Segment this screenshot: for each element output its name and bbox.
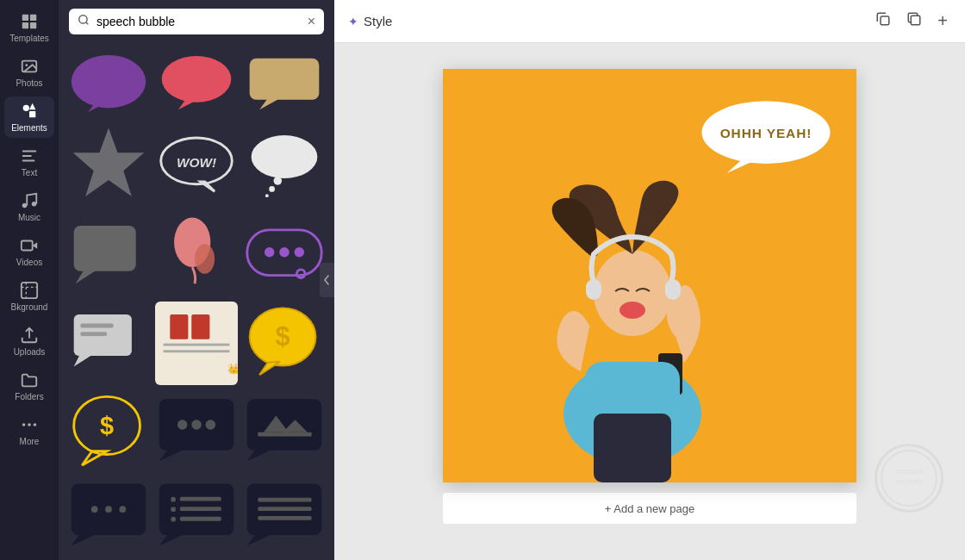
canvas-area: ✦ Style + — [334, 0, 965, 560]
shapes-icon — [20, 102, 39, 121]
element-dark-chat-small-dots[interactable] — [67, 479, 150, 555]
element-chat-white[interactable] — [67, 302, 150, 385]
sidebar-item-text[interactable]: Text — [4, 141, 54, 183]
add-page-header-button[interactable]: + — [934, 8, 951, 34]
style-tab[interactable]: ✦ Style — [348, 14, 392, 28]
svg-rect-13 — [22, 283, 37, 298]
svg-point-29 — [274, 177, 283, 185]
music-icon — [20, 191, 39, 210]
sidebar-item-folders[interactable]: Folders — [4, 365, 54, 407]
element-wow-bubble[interactable]: WOW! — [155, 123, 238, 207]
canvas-wrapper: OHHH YEAH! DESIGN STUDIO + Add a new pag… — [443, 69, 856, 524]
sidebar: Templates Photos Elements Text Music — [0, 0, 59, 560]
svg-point-69 — [91, 507, 98, 513]
search-input[interactable] — [96, 15, 301, 28]
svg-rect-46 — [170, 314, 188, 339]
svg-point-70 — [105, 507, 112, 513]
element-bubble-purple[interactable] — [67, 48, 150, 118]
svg-text:DESIGN: DESIGN — [896, 468, 923, 476]
svg-point-15 — [28, 423, 31, 426]
svg-marker-8 — [29, 103, 35, 109]
svg-point-38 — [279, 247, 290, 258]
top-bar: ✦ Style + — [334, 0, 965, 43]
svg-point-71 — [119, 507, 126, 513]
svg-rect-95 — [665, 279, 681, 300]
svg-point-37 — [265, 247, 275, 258]
video-icon — [20, 236, 39, 255]
element-dots-bubble-purple[interactable] — [243, 213, 326, 296]
sidebar-item-photos[interactable]: Photos — [4, 52, 54, 93]
element-dollar-bubble-outline[interactable]: $ — [67, 390, 150, 474]
background-icon — [20, 281, 39, 300]
svg-point-6 — [23, 105, 29, 111]
svg-point-59 — [177, 420, 188, 430]
sidebar-item-more[interactable]: More — [4, 410, 54, 451]
svg-point-16 — [34, 423, 37, 426]
element-bubble-tan-rect[interactable] — [243, 48, 326, 118]
add-page-button[interactable]: + Add a new page — [443, 493, 856, 524]
svg-rect-79 — [180, 517, 221, 521]
ellipsis-icon — [20, 415, 39, 434]
search-icon — [78, 14, 90, 29]
svg-marker-27 — [201, 182, 215, 192]
element-thought-bubble[interactable] — [243, 123, 326, 207]
svg-marker-24 — [73, 128, 145, 197]
svg-rect-11 — [22, 241, 33, 251]
svg-rect-43 — [80, 323, 113, 327]
canvas-page[interactable]: OHHH YEAH! — [443, 69, 856, 482]
svg-rect-22 — [250, 59, 320, 100]
svg-rect-62 — [247, 399, 321, 451]
svg-marker-73 — [159, 534, 184, 545]
svg-text:$: $ — [100, 412, 114, 439]
element-bubble-pink-round[interactable] — [155, 48, 238, 118]
sidebar-item-uploads[interactable]: Uploads — [4, 320, 54, 362]
canvas-speech-bubble[interactable]: OHHH YEAH! — [693, 95, 831, 172]
canvas-scroll[interactable]: OHHH YEAH! DESIGN STUDIO + Add a new pag… — [334, 43, 965, 560]
element-chat-gray[interactable] — [67, 213, 150, 296]
sidebar-item-music[interactable]: Music — [4, 186, 54, 227]
svg-point-10 — [32, 202, 37, 207]
svg-marker-33 — [76, 270, 96, 283]
svg-rect-1 — [30, 15, 36, 21]
element-dark-chat-lines[interactable] — [243, 479, 326, 555]
image-icon — [20, 57, 39, 76]
top-bar-actions: + — [872, 8, 951, 34]
element-burst-gray[interactable] — [67, 123, 150, 207]
element-pink-balloon[interactable] — [155, 213, 238, 296]
element-dark-chat-dots[interactable] — [155, 390, 238, 474]
svg-rect-85 — [881, 16, 889, 25]
svg-rect-91 — [594, 414, 671, 482]
sidebar-item-templates[interactable]: Templates — [4, 7, 54, 48]
svg-rect-0 — [22, 15, 28, 21]
svg-marker-63 — [247, 450, 272, 461]
svg-point-35 — [195, 244, 215, 274]
sidebar-item-elements[interactable]: Elements — [4, 96, 54, 138]
panel-collapse-button[interactable] — [320, 263, 334, 297]
svg-point-14 — [22, 423, 26, 426]
duplicate-button[interactable] — [872, 8, 894, 34]
svg-rect-2 — [22, 22, 28, 28]
sidebar-item-videos[interactable]: Videos — [4, 231, 54, 272]
svg-rect-7 — [29, 111, 35, 117]
svg-rect-82 — [258, 498, 311, 502]
svg-rect-87 — [912, 16, 921, 25]
svg-point-60 — [191, 420, 202, 430]
svg-text:WOW!: WOW! — [177, 155, 216, 170]
element-dollar-bubble-yellow[interactable]: $ — [243, 302, 326, 385]
svg-point-28 — [252, 135, 318, 178]
svg-point-78 — [171, 517, 176, 522]
svg-marker-97 — [727, 159, 758, 173]
copy-button[interactable] — [903, 8, 925, 34]
svg-point-17 — [79, 16, 87, 23]
element-dark-chat-list[interactable] — [155, 479, 238, 555]
clear-search-button[interactable]: × — [308, 14, 315, 29]
svg-point-5 — [25, 64, 28, 66]
svg-point-18 — [72, 55, 146, 108]
folder-icon — [20, 370, 39, 389]
element-chat-red-paper[interactable]: 👑 — [155, 302, 238, 385]
svg-rect-3 — [30, 22, 36, 28]
sidebar-item-bkground[interactable]: Bkground — [4, 276, 54, 317]
svg-point-40 — [296, 269, 305, 277]
svg-point-76 — [171, 507, 176, 513]
element-dark-chat-mountain[interactable] — [243, 390, 326, 474]
